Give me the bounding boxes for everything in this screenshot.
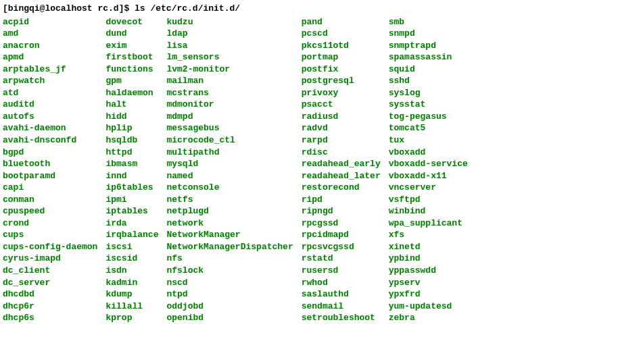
- list-item: openibd: [166, 312, 293, 324]
- column-2: dovecotdundeximfirstbootfunctionsgpmhald…: [105, 16, 158, 324]
- list-item: crond: [3, 217, 97, 230]
- list-item: oddjobd: [166, 301, 293, 313]
- list-item: yum-updatesd: [389, 301, 468, 313]
- list-item: bgpd: [3, 147, 97, 159]
- list-item: dhcp6s: [3, 312, 97, 324]
- list-item: snmpd: [389, 28, 468, 40]
- list-item: radiusd: [302, 111, 381, 123]
- list-item: irda: [105, 217, 158, 230]
- list-item: wpa_supplicant: [389, 217, 468, 230]
- list-item: setroubleshoot: [302, 312, 381, 324]
- list-item: tomcat5: [389, 122, 468, 134]
- list-item: kudzu: [166, 16, 293, 28]
- list-item: yppasswdd: [389, 265, 468, 277]
- list-item: cups: [3, 229, 97, 241]
- list-item: mailman: [166, 75, 293, 87]
- list-item: bluetooth: [3, 158, 97, 170]
- list-item: firstboot: [105, 51, 158, 63]
- list-item: iscsid: [105, 253, 158, 265]
- list-item: apmd: [3, 51, 97, 63]
- list-item: xfs: [389, 229, 468, 241]
- list-item: mdmonitor: [166, 99, 293, 111]
- list-item: nscd: [166, 277, 293, 289]
- list-item: mcstrans: [166, 87, 293, 99]
- list-item: avahi-daemon: [3, 122, 97, 134]
- list-item: amd: [3, 28, 97, 40]
- list-item: haldaemon: [105, 87, 158, 99]
- list-item: killall: [105, 301, 158, 313]
- list-item: conman: [3, 194, 97, 206]
- list-item: psacct: [302, 99, 381, 111]
- list-item: dund: [105, 28, 158, 40]
- list-item: snmptrapd: [389, 40, 468, 52]
- terminal-output: [bingqi@localhost rc.d]$ ls /etc/rc.d/in…: [3, 3, 618, 324]
- list-item: functions: [105, 63, 158, 76]
- list-item: winbind: [389, 205, 468, 217]
- column-5: smbsnmpdsnmptrapdspamassassinsquidsshdsy…: [389, 16, 468, 324]
- list-item: kdump: [105, 288, 158, 301]
- list-item: readahead_early: [302, 158, 381, 170]
- list-item: network: [166, 217, 293, 230]
- list-item: ip6tables: [105, 182, 158, 194]
- list-item: sshd: [389, 75, 468, 87]
- list-item: ntpd: [166, 288, 293, 301]
- list-item: dc_client: [3, 265, 97, 277]
- column-4: pandpcscdpkcs11otdportmappostfixpostgres…: [302, 16, 381, 324]
- list-item: sendmail: [302, 301, 381, 313]
- list-item: xinetd: [389, 241, 468, 253]
- list-item: NetworkManagerDispatcher: [166, 241, 293, 253]
- list-item: ibmasm: [105, 158, 158, 170]
- list-item: vsftpd: [389, 194, 468, 206]
- list-item: nfs: [166, 253, 293, 265]
- list-item: pkcs11otd: [302, 40, 381, 52]
- list-item: NetworkManager: [166, 229, 293, 241]
- list-item: radvd: [302, 122, 381, 134]
- list-item: arptables_jf: [3, 63, 97, 76]
- list-item: rarpd: [302, 134, 381, 147]
- list-item: smb: [389, 16, 468, 28]
- list-item: spamassassin: [389, 51, 468, 63]
- list-item: auditd: [3, 99, 97, 111]
- list-item: rpcsvcgssd: [302, 241, 381, 253]
- list-item: vboxadd-service: [389, 158, 468, 170]
- list-item: bootparamd: [3, 170, 97, 182]
- list-item: cyrus-imapd: [3, 253, 97, 265]
- list-item: named: [166, 170, 293, 182]
- list-item: atd: [3, 87, 97, 99]
- list-item: pand: [302, 16, 381, 28]
- list-item: microcode_ctl: [166, 134, 293, 147]
- list-item: readahead_later: [302, 170, 381, 182]
- list-item: vboxadd-x11: [389, 170, 468, 182]
- list-item: restorecond: [302, 182, 381, 194]
- column-3: kudzuldaplisalm_sensorslvm2-monitormailm…: [166, 16, 293, 324]
- list-item: ripngd: [302, 205, 381, 217]
- list-item: lisa: [166, 40, 293, 52]
- list-item: ypbind: [389, 253, 468, 265]
- list-item: kprop: [105, 312, 158, 324]
- file-listing: acpidamdanacronapmdarptables_jfarpwatcha…: [3, 16, 618, 324]
- list-item: netconsole: [166, 182, 293, 194]
- list-item: dhcp6r: [3, 301, 97, 313]
- shell-prompt: [bingqi@localhost rc.d]$ ls /etc/rc.d/in…: [3, 3, 618, 15]
- list-item: isdn: [105, 265, 158, 277]
- list-item: tog-pegasus: [389, 111, 468, 123]
- list-item: lm_sensors: [166, 51, 293, 63]
- list-item: cups-config-daemon: [3, 241, 97, 253]
- list-item: mysqld: [166, 158, 293, 170]
- list-item: hplip: [105, 122, 158, 134]
- list-item: hsqldb: [105, 134, 158, 147]
- list-item: halt: [105, 99, 158, 111]
- list-item: messagebus: [166, 122, 293, 134]
- list-item: exim: [105, 40, 158, 52]
- list-item: capi: [3, 182, 97, 194]
- list-item: mdmpd: [166, 111, 293, 123]
- list-item: rwhod: [302, 277, 381, 289]
- list-item: dhcdbd: [3, 288, 97, 301]
- list-item: netplugd: [166, 205, 293, 217]
- list-item: squid: [389, 63, 468, 76]
- list-item: zebra: [389, 312, 468, 324]
- list-item: sysstat: [389, 99, 468, 111]
- list-item: anacron: [3, 40, 97, 52]
- list-item: multipathd: [166, 147, 293, 159]
- list-item: rusersd: [302, 265, 381, 277]
